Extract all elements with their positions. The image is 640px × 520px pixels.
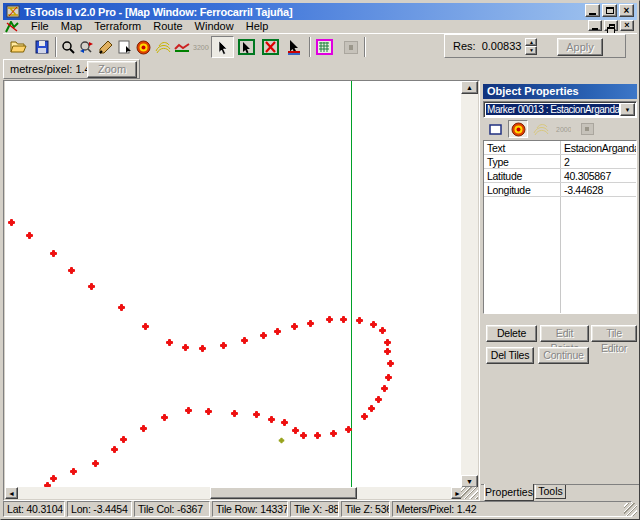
route-marker-dot[interactable] — [26, 232, 33, 239]
route-marker-dot[interactable] — [300, 432, 307, 439]
route-marker-dot[interactable] — [70, 468, 77, 475]
menu-help[interactable]: Help — [240, 20, 275, 33]
route-marker-dot[interactable] — [118, 304, 125, 311]
route-marker-dot[interactable] — [307, 320, 314, 327]
edit-points-button[interactable]: Edit Points — [540, 325, 589, 342]
child-close-button[interactable]: × — [620, 20, 634, 31]
route-marker-dot[interactable] — [161, 414, 168, 421]
route-marker-dot[interactable] — [314, 432, 321, 439]
select-region-button[interactable] — [115, 36, 134, 58]
pointer-tool-button[interactable] — [211, 36, 234, 58]
maximize-button[interactable] — [602, 4, 617, 17]
route-marker-dot[interactable] — [140, 425, 147, 432]
map-canvas[interactable] — [5, 81, 461, 488]
tab-tools[interactable]: Tools — [535, 485, 566, 499]
save-button[interactable] — [30, 36, 53, 58]
route-marker-dot[interactable] — [356, 317, 363, 324]
route-marker-dot[interactable] — [340, 316, 347, 323]
contours-tool-button[interactable] — [153, 36, 172, 58]
continue-button[interactable]: Continue — [538, 347, 589, 364]
child-restore-button[interactable] — [604, 20, 618, 31]
route-marker-dot[interactable] — [281, 419, 288, 426]
map-window-icon[interactable] — [5, 21, 19, 33]
menu-route[interactable]: Route — [147, 20, 188, 33]
zoom-tool-button[interactable] — [58, 36, 77, 58]
route-marker-dot[interactable] — [253, 411, 260, 418]
property-row-type[interactable]: Type 2 — [484, 155, 636, 169]
property-row-latitude[interactable]: Latitude 40.305867 — [484, 169, 636, 183]
delete-marker-button[interactable] — [259, 36, 282, 58]
move-marker-button[interactable] — [283, 36, 306, 58]
route-marker-dot[interactable] — [361, 413, 368, 420]
draw-tool-button[interactable] — [96, 36, 115, 58]
route-marker-dot[interactable] — [379, 327, 386, 334]
route-marker-dot[interactable] — [384, 348, 391, 355]
spin-down-icon[interactable]: ▼ — [525, 46, 537, 55]
zoom-extent-button[interactable] — [77, 36, 96, 58]
profile-tool-button[interactable] — [172, 36, 191, 58]
route-marker-dot[interactable] — [120, 436, 127, 443]
close-button[interactable]: × — [619, 4, 634, 17]
selected-marker-dot[interactable] — [279, 438, 285, 444]
route-marker-dot[interactable] — [260, 332, 267, 339]
scroll-up-icon[interactable]: ▲ — [461, 81, 478, 94]
route-marker-dot[interactable] — [50, 250, 57, 257]
tile-pattern-button[interactable] — [313, 36, 336, 58]
spin-up-icon[interactable]: ▲ — [525, 38, 537, 47]
route-marker-dot[interactable] — [368, 405, 375, 412]
route-marker-dot[interactable] — [166, 339, 173, 346]
route-marker-dot[interactable] — [375, 396, 382, 403]
route-marker-dot[interactable] — [326, 316, 333, 323]
route-marker-dot[interactable] — [142, 323, 149, 330]
route-marker-dot[interactable] — [292, 427, 299, 434]
titlebar[interactable]: TsTools II v2.0 Pro - [Map Window: Ferro… — [3, 3, 637, 20]
select-marker-button[interactable] — [235, 36, 258, 58]
object-selector-combo[interactable]: Marker 00013 : EstacionArganda — [483, 101, 637, 118]
route-marker-dot[interactable] — [384, 339, 391, 346]
property-row-text[interactable]: Text EstacionArganda — [484, 141, 636, 155]
route-marker-dot[interactable] — [50, 475, 57, 482]
map-vertical-scrollbar[interactable]: ▲ ▼ — [461, 81, 478, 488]
combo-dropdown-icon[interactable] — [620, 103, 635, 116]
menu-window[interactable]: Window — [189, 20, 240, 33]
menu-terraform[interactable]: Terraform — [88, 20, 147, 33]
route-marker-dot[interactable] — [68, 267, 75, 274]
child-minimize-button[interactable] — [588, 20, 602, 31]
apply-button[interactable]: Apply — [557, 38, 603, 56]
property-grid[interactable]: Text EstacionArganda Type 2 Latitude 40.… — [483, 140, 637, 314]
route-marker-dot[interactable] — [387, 360, 394, 367]
contours-marker-button[interactable] — [531, 120, 551, 138]
route-marker-dot[interactable] — [205, 408, 212, 415]
delete-button[interactable]: Delete — [486, 325, 537, 342]
res-value[interactable]: 0.00833 — [482, 40, 522, 52]
route-marker-dot[interactable] — [274, 328, 281, 335]
window-resize-grip[interactable] — [624, 503, 637, 516]
tile-editor-button[interactable]: Tile Editor — [591, 325, 637, 342]
target-marker-button[interactable] — [508, 120, 528, 138]
route-marker-dot[interactable] — [330, 430, 337, 437]
route-marker-dot[interactable] — [370, 321, 377, 328]
marker-tool-button[interactable] — [134, 36, 153, 58]
open-button[interactable] — [7, 36, 30, 58]
route-marker-dot[interactable] — [199, 345, 206, 352]
rect-marker-button[interactable] — [485, 120, 505, 138]
minimize-button[interactable] — [585, 4, 600, 17]
route-marker-dot[interactable] — [88, 283, 95, 290]
route-marker-dot[interactable] — [381, 385, 388, 392]
route-marker-dot[interactable] — [185, 407, 192, 414]
route-marker-dot[interactable] — [291, 323, 298, 330]
menu-map[interactable]: Map — [55, 20, 88, 33]
route-marker-dot[interactable] — [92, 460, 99, 467]
scroll-left-icon[interactable]: ◄ — [5, 487, 18, 499]
scrollbar-thumb[interactable] — [210, 487, 357, 499]
route-marker-dot[interactable] — [182, 344, 189, 351]
route-marker-dot[interactable] — [345, 426, 352, 433]
del-tiles-button[interactable]: Del Tiles — [486, 347, 534, 364]
route-marker-dot[interactable] — [268, 416, 275, 423]
route-marker-dot[interactable] — [241, 337, 248, 344]
map-resize-grip[interactable] — [461, 487, 478, 499]
menu-file[interactable]: File — [25, 20, 55, 33]
route-marker-dot[interactable] — [231, 410, 238, 417]
property-row-longitude[interactable]: Longitude -3.44628 — [484, 183, 636, 197]
zoom-button[interactable]: Zoom — [87, 61, 137, 78]
